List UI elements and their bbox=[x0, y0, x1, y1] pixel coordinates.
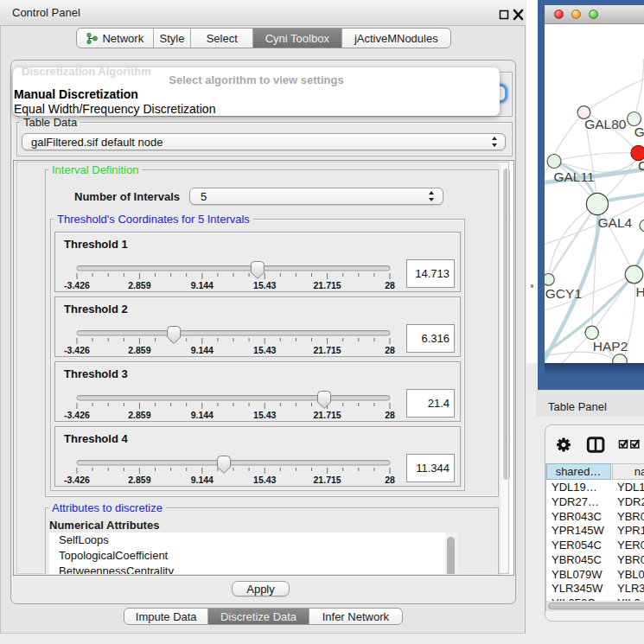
svg-text:15.43: 15.43 bbox=[253, 474, 276, 484]
svg-text:21.715: 21.715 bbox=[314, 344, 341, 354]
svg-text:21.715: 21.715 bbox=[314, 409, 341, 419]
svg-text:28: 28 bbox=[385, 279, 395, 290]
svg-text:15.43: 15.43 bbox=[253, 279, 276, 290]
svg-text:2.859: 2.859 bbox=[128, 344, 150, 354]
svg-text:9.144: 9.144 bbox=[191, 474, 214, 484]
svg-text:-3.426: -3.426 bbox=[64, 279, 90, 290]
svg-text:9.144: 9.144 bbox=[191, 409, 214, 419]
svg-text:9.144: 9.144 bbox=[191, 279, 214, 290]
svg-text:-3.426: -3.426 bbox=[64, 344, 90, 354]
svg-text:-3.426: -3.426 bbox=[64, 474, 90, 484]
svg-text:21.715: 21.715 bbox=[314, 279, 341, 290]
svg-text:2.859: 2.859 bbox=[128, 474, 150, 484]
svg-text:GA: GA bbox=[634, 124, 644, 139]
svg-text:GCY1: GCY1 bbox=[545, 286, 582, 301]
svg-text:HAP2: HAP2 bbox=[593, 339, 628, 354]
svg-text:2.859: 2.859 bbox=[128, 409, 150, 419]
svg-text:28: 28 bbox=[385, 409, 395, 419]
svg-text:15.43: 15.43 bbox=[253, 344, 276, 354]
svg-text:GAL4: GAL4 bbox=[598, 215, 633, 230]
svg-text:GAL11: GAL11 bbox=[553, 169, 594, 184]
svg-text:H: H bbox=[636, 284, 644, 299]
svg-text:9.144: 9.144 bbox=[191, 344, 214, 354]
svg-text:GAL80: GAL80 bbox=[584, 117, 627, 131]
svg-text:15.43: 15.43 bbox=[253, 409, 276, 419]
svg-text:CD: CD bbox=[638, 158, 644, 173]
svg-text:28: 28 bbox=[385, 344, 395, 354]
svg-text:-3.426: -3.426 bbox=[64, 409, 90, 419]
svg-text:2.859: 2.859 bbox=[128, 279, 150, 290]
svg-text:21.715: 21.715 bbox=[314, 474, 341, 484]
svg-text:28: 28 bbox=[385, 474, 395, 484]
